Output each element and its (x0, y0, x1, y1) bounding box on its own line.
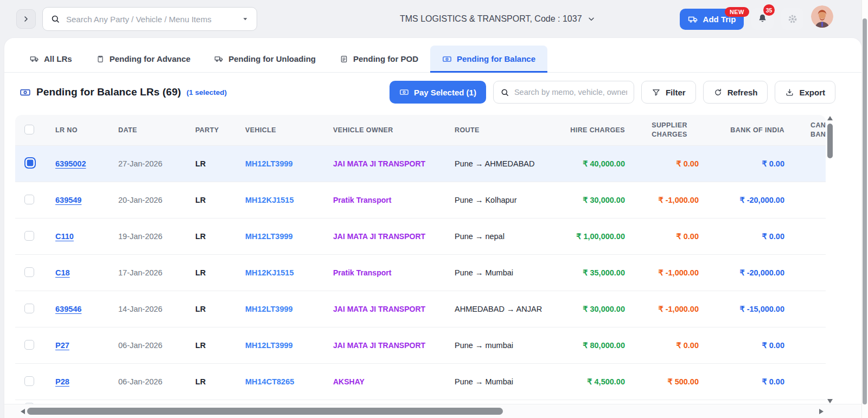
lr-number-link[interactable]: 639546 (55, 305, 81, 313)
tab-pending-for-balance[interactable]: Pending for Balance (430, 46, 547, 72)
pay-selected-button[interactable]: Pay Selected (1) (390, 81, 486, 104)
table-row[interactable]: 639549 20-Jan-2026 LR MH12KJ1515 Pratik … (15, 182, 826, 218)
column-header-date[interactable]: DATE (118, 126, 195, 134)
column-header-hire-charges[interactable]: HIRE CHARGES (563, 126, 625, 134)
filter-button[interactable]: Filter (641, 81, 696, 104)
column-header-party[interactable]: PARTY (195, 126, 245, 134)
table-row[interactable]: P28 06-Jan-2026 LR MH14CT8265 AKSHAY Pun… (15, 363, 826, 400)
bank-of-india-amount: ₹ 0.00 (699, 159, 784, 168)
chevron-right-icon (22, 15, 30, 23)
lr-route: Pune → Kolhapur (455, 196, 563, 204)
lr-number-link[interactable]: 6395002 (55, 159, 86, 168)
row-checkbox[interactable] (24, 231, 34, 241)
table-row[interactable]: P27 06-Jan-2026 LR MH12LT3999 JAI MATA J… (15, 327, 826, 363)
refresh-button[interactable]: Refresh (703, 81, 768, 104)
lr-number-link[interactable]: P27 (55, 341, 69, 350)
lr-number-link[interactable]: 639549 (55, 196, 81, 204)
supplier-charges: ₹ 0.00 (625, 341, 699, 350)
download-icon (785, 88, 794, 97)
scroll-down-arrow[interactable] (827, 399, 833, 403)
export-button[interactable]: Export (775, 81, 835, 104)
vehicle-link[interactable]: MH14CT8265 (245, 377, 333, 386)
tab-label: Pending for Unloading (228, 54, 316, 63)
table-vertical-scrollbar[interactable] (827, 115, 833, 404)
sidebar-expand-button[interactable] (16, 9, 36, 29)
vehicle-owner-link[interactable]: JAI MATA JI TRANSPORT (333, 305, 455, 313)
chevron-down-icon[interactable] (241, 15, 249, 23)
vehicle-link[interactable]: MH12LT3999 (245, 341, 333, 350)
settings-button[interactable] (781, 8, 803, 30)
lr-number-link[interactable]: C110 (55, 232, 74, 241)
row-checkbox[interactable] (24, 195, 34, 204)
vehicle-link[interactable]: MH12KJ1515 (245, 196, 333, 204)
global-search-box[interactable] (42, 7, 257, 31)
lr-number-link[interactable]: P28 (55, 377, 69, 386)
table-row[interactable]: 6395002 27-Jan-2026 LR MH12LT3999 JAI MA… (15, 145, 826, 182)
bank-of-india-amount: ₹ 0.00 (699, 377, 784, 386)
table-search-box[interactable] (493, 81, 634, 104)
page-scrollbar[interactable] (861, 0, 868, 418)
vehicle-link[interactable]: MH12LT3999 (245, 232, 333, 241)
page-scroll-thumb[interactable] (863, 18, 867, 404)
column-header-supplier-charges[interactable]: SUPPLIER CHARGES (625, 121, 699, 140)
row-checkbox[interactable] (24, 376, 34, 386)
vehicle-owner-link[interactable]: AKSHAY (333, 377, 455, 386)
tab-pending-for-advance[interactable]: Pending for Advance (84, 46, 202, 72)
pay-selected-label: Pay Selected (1) (414, 88, 476, 97)
lr-date: 19-Jan-2026 (118, 232, 195, 241)
column-header-route[interactable]: ROUTE (455, 126, 563, 134)
lr-route: Pune → Mumbai (455, 377, 563, 386)
vertical-scroll-thumb[interactable] (827, 124, 833, 158)
avatar-image (811, 5, 833, 28)
table-search-input[interactable] (514, 88, 627, 97)
supplier-charges: ₹ 0.00 (625, 232, 699, 241)
table-row[interactable]: 639546 14-Jan-2026 LR MH12LT3999 JAI MAT… (15, 291, 826, 327)
vehicle-owner-link[interactable]: JAI MATA JI TRANSPORT (333, 232, 455, 241)
vehicle-owner-link[interactable]: Pratik Transport (333, 268, 455, 277)
vehicle-link[interactable]: MH12LT3999 (245, 159, 333, 168)
tab-all-lrs[interactable]: All LRs (18, 46, 84, 72)
cash-icon (20, 87, 31, 98)
hire-charges: ₹ 30,000.00 (563, 196, 625, 204)
tab-pending-for-unloading[interactable]: Pending for Unloading (202, 46, 328, 72)
truck-icon (30, 54, 39, 63)
top-bar: TMS LOGISTICS & TRANSPORT, Code : 1037 A… (0, 0, 861, 38)
hire-charges: ₹ 30,000.00 (563, 305, 625, 313)
scroll-right-arrow[interactable] (819, 409, 824, 414)
clipboard-icon (96, 55, 105, 63)
row-checkbox[interactable] (24, 340, 34, 350)
lr-number-link[interactable]: C18 (55, 268, 70, 277)
table-row-partial[interactable] (15, 400, 826, 404)
column-header-lr-no[interactable]: LR NO (55, 126, 118, 134)
vehicle-link[interactable]: MH12KJ1515 (245, 268, 333, 277)
supplier-charges: ₹ -1,000.00 (625, 268, 699, 277)
scroll-left-arrow[interactable] (21, 409, 25, 414)
row-checkbox[interactable] (24, 304, 34, 313)
table-row[interactable]: C110 19-Jan-2026 LR MH12LT3999 JAI MATA … (15, 218, 826, 254)
tab-pending-for-pod[interactable]: Pending for POD (328, 46, 430, 72)
cash-icon (442, 54, 452, 64)
row-checkbox[interactable] (24, 157, 36, 169)
column-header-bank-of-india[interactable]: BANK OF INDIA (699, 126, 784, 134)
vehicle-owner-link[interactable]: Pratik Transport (333, 196, 455, 204)
row-checkbox[interactable] (24, 267, 34, 277)
column-header-canara-bank[interactable]: CAN BAN (784, 121, 814, 140)
company-selector[interactable]: TMS LOGISTICS & TRANSPORT, Code : 1037 (400, 0, 596, 38)
scroll-up-arrow[interactable] (827, 116, 833, 120)
table-horizontal-scrollbar[interactable] (4, 404, 861, 418)
search-icon (50, 14, 60, 24)
cash-icon (399, 87, 409, 97)
select-all-checkbox[interactable] (24, 125, 34, 134)
user-avatar[interactable] (811, 5, 833, 28)
vehicle-owner-link[interactable]: JAI MATA JI TRANSPORT (333, 159, 455, 168)
column-header-vehicle-owner[interactable]: VEHICLE OWNER (333, 126, 455, 134)
table-row[interactable]: C18 17-Jan-2026 LR MH12KJ1515 Pratik Tra… (15, 254, 826, 291)
lr-route: AHMEDABAD → ANJAR (455, 305, 563, 313)
column-header-vehicle[interactable]: VEHICLE (245, 126, 333, 134)
horizontal-scroll-thumb[interactable] (27, 408, 503, 415)
supplier-charges: ₹ -1,000.00 (625, 305, 699, 313)
global-search-input[interactable] (66, 15, 235, 24)
vehicle-link[interactable]: MH12LT3999 (245, 305, 333, 313)
lr-route: Pune → nepal (455, 232, 563, 241)
vehicle-owner-link[interactable]: JAI MATA JI TRANSPORT (333, 341, 455, 350)
